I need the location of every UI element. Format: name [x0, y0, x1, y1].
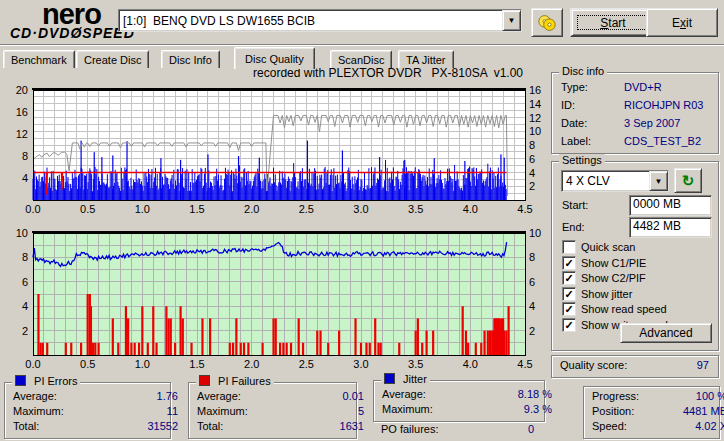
svg-text:3.5: 3.5	[408, 358, 423, 370]
svg-text:1.0: 1.0	[135, 203, 150, 215]
po-failures-label: PO failures:	[373, 423, 438, 435]
svg-text:14: 14	[529, 98, 541, 110]
tab-disc-quality[interactable]: Disc Quality	[234, 47, 315, 69]
jitter-stats: Jitter Average:8.18 %Maximum:9.3 %	[373, 380, 545, 422]
drive-select[interactable]: [1:0] BENQ DVD LS DW1655 BCIB ▼	[118, 9, 522, 32]
svg-text:16: 16	[16, 106, 28, 118]
disc-glyph: Ø	[70, 25, 82, 41]
svg-text:6: 6	[529, 276, 535, 288]
progress-row: Progress:100 %	[592, 390, 724, 405]
svg-text:4.5: 4.5	[517, 358, 532, 370]
svg-text:4.5: 4.5	[517, 203, 532, 215]
start-position-input[interactable]: 0000 MB	[629, 195, 712, 216]
checkbox-show-c2-pif[interactable]: ✓Show C2/PIF	[562, 271, 646, 285]
advanced-button[interactable]: Advanced	[620, 323, 712, 343]
jitter-legend-swatch	[384, 373, 395, 384]
svg-text:0.5: 0.5	[80, 203, 95, 215]
pi-failures-stat-row: Total:1631	[197, 420, 364, 435]
checkbox-show-read-speed[interactable]: ✓Show read speed	[562, 302, 667, 316]
disc-button[interactable]	[531, 8, 563, 37]
svg-text:3.0: 3.0	[353, 203, 368, 215]
svg-text:8: 8	[529, 251, 535, 263]
scan-speed-value[interactable]: 4 X CLV	[562, 174, 649, 188]
pi-failures-stat-row: Average:0.01	[197, 390, 364, 405]
pi-errors-stat-row: Total:31552	[13, 420, 178, 435]
drive-select-value[interactable]: [1:0] BENQ DVD LS DW1655 BCIB	[119, 14, 502, 28]
checked-checkbox-icon[interactable]: ✓	[562, 256, 576, 270]
svg-text:10: 10	[16, 227, 28, 239]
checked-checkbox-icon[interactable]: ✓	[562, 287, 576, 301]
unchecked-checkbox-icon[interactable]	[562, 240, 576, 254]
checked-checkbox-icon[interactable]: ✓	[562, 302, 576, 316]
checkbox-show-jitter[interactable]: ✓Show jitter	[562, 287, 632, 301]
checked-checkbox-icon[interactable]: ✓	[562, 271, 576, 285]
svg-text:4: 4	[529, 300, 535, 312]
pi-errors-legend-swatch	[15, 375, 26, 386]
disc-info-row: Date:3 Sep 2007	[561, 117, 718, 135]
svg-text:3.5: 3.5	[408, 203, 423, 215]
exit-button[interactable]: Exit	[646, 8, 718, 37]
end-position-input[interactable]: 4482 MB	[629, 217, 712, 238]
settings-title: Settings	[559, 154, 605, 166]
svg-text:2: 2	[22, 325, 28, 337]
quality-score-value: 97	[697, 359, 709, 371]
chevron-down-icon[interactable]: ▼	[502, 10, 521, 31]
svg-text:2.0: 2.0	[244, 203, 259, 215]
refresh-icon: ↻	[682, 172, 695, 190]
jitter-stats-title: Jitter	[381, 373, 430, 385]
start-button-label: Start	[574, 12, 652, 33]
svg-text:10: 10	[529, 125, 541, 137]
progress-row: Speed:4.02 X	[592, 420, 724, 435]
svg-text:12: 12	[529, 112, 541, 124]
exit-button-label: Exit	[672, 16, 692, 30]
checkbox-show-c1-pie[interactable]: ✓Show C1/PIE	[562, 256, 646, 270]
scan-speed-select[interactable]: 4 X CLV ▼	[561, 170, 669, 192]
pi-errors-graph: 481216202468101214160.00.51.01.52.02.53.…	[0, 84, 545, 216]
pi-failures-stat-row: Maximum:5	[197, 405, 364, 420]
svg-text:1.0: 1.0	[135, 358, 150, 370]
disc-info-panel: Disc info Type:DVD+RID:RICOHJPN R03Date:…	[551, 72, 719, 154]
pi-errors-stats: PI Errors Average:1.76Maximum:11Total:31…	[4, 382, 171, 439]
start-button[interactable]: Start	[570, 8, 656, 37]
svg-text:4.0: 4.0	[463, 358, 478, 370]
svg-text:3.0: 3.0	[353, 358, 368, 370]
jitter-stat-row: Average:8.18 %	[382, 388, 552, 403]
pi-failures-stats: PI Failures Average:0.01Maximum:5Total:1…	[188, 382, 357, 439]
jitter-stat-row: Maximum:9.3 %	[382, 403, 552, 418]
disc-info-row: Type:DVD+R	[561, 81, 718, 99]
svg-text:12: 12	[16, 128, 28, 140]
svg-text:2.5: 2.5	[299, 358, 314, 370]
disc-info-row: ID:RICOHJPN R03	[561, 99, 718, 117]
svg-text:2.0: 2.0	[244, 358, 259, 370]
svg-text:1.5: 1.5	[189, 203, 204, 215]
discs-icon	[538, 13, 556, 33]
svg-text:16: 16	[529, 84, 541, 96]
checkbox-quick-scan[interactable]: Quick scan	[562, 240, 635, 254]
svg-text:2: 2	[529, 180, 535, 192]
start-field-label: Start:	[562, 199, 588, 211]
progress-panel: Progress:100 %Position:4481 MBSpeed:4.02…	[583, 386, 720, 439]
svg-text:10: 10	[529, 227, 541, 239]
disc-info-row: Label:CDS_TEST_B2	[561, 135, 718, 153]
pi-errors-stat-row: Maximum:11	[13, 405, 178, 420]
pi-failures-legend-swatch	[199, 375, 210, 386]
chevron-down-icon[interactable]: ▼	[649, 171, 668, 191]
quality-score-box: Quality score: 97	[551, 355, 719, 378]
po-failures-row: PO failures: 0	[373, 423, 543, 435]
settings-panel: Settings 4 X CLV ▼ ↻ Start: 0000 MB End:…	[551, 161, 719, 351]
checked-checkbox-icon[interactable]: ✓	[562, 318, 576, 332]
progress-row: Position:4481 MB	[592, 405, 724, 420]
svg-text:0.5: 0.5	[80, 358, 95, 370]
svg-text:6: 6	[22, 276, 28, 288]
svg-text:4: 4	[22, 172, 28, 184]
jitter-graph: 2468102468100.00.51.01.52.02.53.03.54.04…	[0, 226, 545, 372]
svg-text:2: 2	[529, 325, 535, 337]
svg-text:0.0: 0.0	[25, 203, 40, 215]
svg-text:8: 8	[529, 139, 535, 151]
svg-text:6: 6	[529, 153, 535, 165]
svg-text:4: 4	[22, 300, 28, 312]
refresh-button[interactable]: ↻	[674, 168, 702, 193]
svg-text:4: 4	[529, 167, 535, 179]
svg-text:8: 8	[22, 150, 28, 162]
svg-text:2.5: 2.5	[299, 203, 314, 215]
